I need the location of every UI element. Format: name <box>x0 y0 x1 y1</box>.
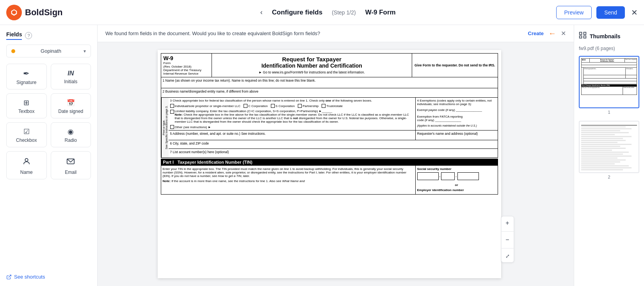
back-button[interactable]: ‹ <box>260 8 263 16</box>
svg-rect-4 <box>584 32 586 35</box>
fit-page-button[interactable]: ⤢ <box>502 250 514 262</box>
shortcuts-label: See shortcuts <box>14 274 45 280</box>
initials-label: Initials <box>64 79 77 84</box>
field-item-checkbox[interactable]: ☑ Checkbox <box>6 122 47 147</box>
app-header: BoldSign ‹ Configure fields (Step 1/2) W… <box>0 0 644 25</box>
date-signed-icon: 📅 <box>67 100 75 106</box>
thumb-page-number-2: 2 <box>579 175 639 179</box>
zoom-out-button[interactable]: − <box>502 233 514 247</box>
configure-title: Configure fields <box>272 9 322 16</box>
document-title: W-9 Form <box>365 9 396 16</box>
thumbnails-header: Thumbnails <box>579 31 639 41</box>
field-item-email[interactable]: Email <box>51 151 91 179</box>
field-item-textbox[interactable]: ⊞ Textbox <box>6 93 47 118</box>
thumbnails-title: Thumbnails <box>590 33 621 39</box>
help-icon[interactable]: ? <box>25 32 32 39</box>
external-link-icon <box>6 274 12 280</box>
field-item-signature[interactable]: ✒ Signature <box>6 64 47 89</box>
w9-form-content: W-9 Form (Rev. October 2018) Department … <box>158 50 501 198</box>
notification-text: We found form fields in the document. Wo… <box>105 30 320 36</box>
zoom-controls: + − ⤢ <box>501 216 514 263</box>
document-viewer[interactable]: W-9 Form (Rev. October 2018) Department … <box>98 42 574 286</box>
notification-bar: We found form fields in the document. Wo… <box>98 25 574 42</box>
preview-button[interactable]: Preview <box>556 6 592 19</box>
header-actions: Preview Send ✕ <box>556 6 638 19</box>
field-item-initials[interactable]: IN Initials <box>51 64 91 89</box>
thumbnail-page-2[interactable]: 2 <box>579 121 639 179</box>
arrow-icon: ← <box>548 29 556 38</box>
signature-label: Signature <box>16 80 36 85</box>
logo-area: BoldSign <box>6 5 100 20</box>
email-label: Email <box>65 170 76 175</box>
header-center: ‹ Configure fields (Step 1/2) W-9 Form <box>106 8 550 16</box>
svg-point-0 <box>25 159 28 161</box>
field-item-name[interactable]: Name <box>6 151 47 179</box>
name-icon <box>22 157 31 167</box>
radio-label: Radio <box>65 138 77 143</box>
create-link[interactable]: Create <box>528 30 544 36</box>
zoom-in-button[interactable]: + <box>502 216 514 230</box>
checkbox-label: Checkbox <box>16 138 37 143</box>
thumb-page-number-1: 1 <box>579 110 639 114</box>
checkbox-icon: ☑ <box>23 128 30 135</box>
close-button[interactable]: ✕ <box>631 8 638 17</box>
thumbnail-page-1[interactable]: W-9 Request for TaxpayerIdentification N… <box>579 56 639 114</box>
initials-icon: IN <box>68 70 74 77</box>
boldsign-logo-svg <box>10 8 18 17</box>
user-selector[interactable]: Gopinath ▾ <box>6 45 91 57</box>
name-label: Name <box>20 170 33 175</box>
date-signed-label: Date signed <box>58 109 83 114</box>
user-name: Gopinath <box>41 48 61 54</box>
fields-header: Fields ? <box>6 31 91 40</box>
see-shortcuts-link[interactable]: See shortcuts <box>6 271 91 280</box>
notification-close-button[interactable]: ✕ <box>561 30 566 37</box>
fields-grid: ✒ Signature IN Initials ⊞ Textbox 📅 Date… <box>6 64 91 179</box>
user-color-dot <box>11 49 15 53</box>
radio-icon: ◉ <box>68 128 74 135</box>
email-icon <box>66 157 75 167</box>
svg-rect-6 <box>584 36 586 38</box>
thumb-frame-2 <box>579 121 639 173</box>
chevron-down-icon: ▾ <box>84 48 86 54</box>
field-item-date-signed[interactable]: 📅 Date signed <box>51 93 91 118</box>
logo-icon <box>6 5 22 20</box>
document-page: W-9 Form (Rev. October 2018) Department … <box>158 50 501 278</box>
logo-text: BoldSign <box>25 7 63 18</box>
textbox-label: Textbox <box>18 109 34 114</box>
svg-rect-5 <box>580 36 582 38</box>
main-layout: Fields ? Gopinath ▾ ✒ Signature IN Initi… <box>0 25 644 286</box>
filename-label: fw9.pdf (6 pages) <box>579 46 639 51</box>
field-item-radio[interactable]: ◉ Radio <box>51 122 91 147</box>
fields-title: Fields <box>6 31 22 40</box>
thumbnails-icon <box>579 31 587 41</box>
textbox-icon: ⊞ <box>23 99 29 106</box>
step-label: (Step 1/2) <box>332 9 356 16</box>
signature-icon: ✒ <box>23 70 30 77</box>
svg-line-2 <box>9 275 11 277</box>
svg-rect-3 <box>580 32 582 35</box>
thumbnails-panel: Thumbnails fw9.pdf (6 pages) W-9 Request… <box>574 25 644 286</box>
notification-actions: Create ← ✕ <box>528 29 566 38</box>
send-button[interactable]: Send <box>596 6 625 19</box>
fields-sidebar: Fields ? Gopinath ▾ ✒ Signature IN Initi… <box>0 25 98 286</box>
content-area: We found form fields in the document. Wo… <box>98 25 574 286</box>
thumb-frame-1: W-9 Request for TaxpayerIdentification N… <box>579 56 639 108</box>
